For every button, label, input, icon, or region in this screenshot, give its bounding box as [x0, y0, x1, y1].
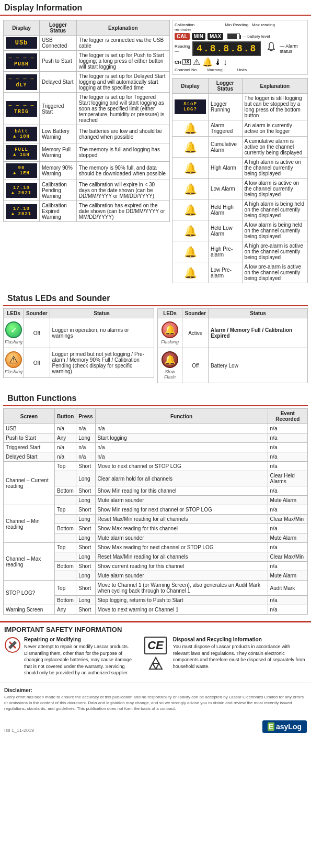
- event-cell: n/a: [268, 462, 307, 471]
- lcd-display: 17.10▲ 2021: [6, 204, 37, 219]
- lcd-display: USb: [6, 37, 37, 49]
- cal-button: CAL: [175, 33, 190, 40]
- lcd-display: 17.10▲ 2021: [6, 183, 37, 198]
- svg-marker-4: [156, 663, 162, 669]
- button-cell: [55, 515, 76, 524]
- table-row: Channel – Min reading Top Short Show Min…: [4, 505, 308, 515]
- table-row: ─ ─ ─ ─PUSH Push to Start The logger is …: [4, 51, 170, 72]
- display-information-section: Display Information Display Logger Statu…: [0, 0, 311, 285]
- event-cell: Mute Alarm: [268, 571, 307, 581]
- function-cell: Show Max reading for next channel or STO…: [95, 543, 268, 552]
- table-row: 🔔 High Alarm A high alarm is active on t…: [172, 158, 308, 179]
- col-logger-status-r: Logger Status: [209, 79, 243, 94]
- explanation-cell: A low alarm is active on the channel cur…: [242, 179, 307, 199]
- diagram-display-value: 4.8.8.8.8: [192, 41, 261, 56]
- press-cell: Short: [76, 581, 95, 596]
- status-cell: Low Pre-alarm: [209, 262, 243, 283]
- screen-cell: Delayed Start: [4, 452, 55, 462]
- status-cell: High Pre-alarm: [209, 241, 243, 262]
- status-cell: Push to Start: [40, 51, 77, 72]
- calibration-label: Calibrationreminder: [175, 23, 194, 32]
- event-cell: Audit Mark: [268, 581, 307, 596]
- easylog-logo: E asyLog: [262, 720, 307, 733]
- led-label: Flashing: [5, 339, 22, 344]
- safety-left-panel: Repairing or Modifying Never attempt to …: [4, 637, 138, 676]
- safety-right-panel: Disposal and Recycling Information You m…: [173, 637, 307, 670]
- function-cell: Reset Max/Min reading for all channels: [95, 515, 268, 524]
- button-cell: Top: [55, 543, 76, 552]
- led-indicator-cell: ⚠ Flashing: [4, 348, 24, 378]
- table-row: 🔔 Slow Flash Off Battery Low: [157, 348, 308, 383]
- explanation-cell: An alarm is currently active on the logg…: [242, 120, 307, 137]
- press-cell: Short: [76, 462, 95, 471]
- explanation-cell: A high alarm is being held on the channe…: [242, 199, 307, 220]
- sounder-cell: Off: [24, 318, 50, 348]
- battery-icon: [227, 34, 240, 40]
- section3-title: Button Functions: [3, 391, 308, 406]
- col-button: Button: [55, 409, 76, 424]
- disposal-text: You must dispose of Lascar products in a…: [173, 643, 307, 670]
- max-button: MAX: [208, 33, 223, 40]
- section1-title: Display Information: [0, 0, 311, 16]
- lcd-display: StoPLOG?: [175, 99, 206, 114]
- alarm-bell-display: 🔔: [172, 120, 209, 137]
- alarm-status-label: — Alarm status: [280, 43, 305, 54]
- sounder-cell: Active: [182, 318, 209, 348]
- explanation-cell: The calibration has expired on the date …: [76, 201, 169, 222]
- function-cell: Reset Max/Min reading for all channels: [95, 552, 268, 562]
- explanation-cell: The logger is still logging but can be s…: [242, 94, 307, 120]
- status-cell: Calibration Pending Warning: [40, 180, 77, 201]
- press-cell: Long: [76, 496, 95, 505]
- led-indicator-cell: ✓ Flashing: [4, 318, 24, 348]
- cumulative-alarm-display: 🔔: [172, 137, 209, 158]
- event-cell: n/a: [268, 543, 307, 552]
- screen-cell: Warning Screen: [4, 605, 55, 615]
- col-leds: LEDs: [4, 309, 24, 318]
- col-event: Event Recorded: [268, 409, 307, 424]
- event-cell: n/a: [268, 433, 307, 443]
- status-leds-section: Status LEDs and Sounder LEDs Sounder Sta…: [0, 288, 311, 385]
- table-row: 90▲ 1EH Memory 90% Warning The memory is…: [4, 162, 170, 180]
- button-cell: Top: [55, 505, 76, 515]
- disclaimer-text: Every effort has been made to ensure the…: [4, 694, 307, 712]
- led-status-cell: Logger in operation, no alarms or warnin…: [50, 318, 154, 348]
- function-cell: Clear alarm hold for all channels: [95, 471, 268, 486]
- screen-cell: Push to Start: [4, 433, 55, 443]
- status-cell: Logger Running: [209, 94, 243, 120]
- led-status-cell: Logger primed but not yet logging / Pre-…: [50, 348, 154, 378]
- explanation-cell: A high pre-alarm is active on the channe…: [242, 241, 307, 262]
- explanation-cell: The memory is 90% full, and data should …: [76, 162, 169, 180]
- button-cell: [55, 533, 76, 543]
- press-cell: Short: [76, 486, 95, 496]
- function-cell: n/a: [95, 452, 268, 462]
- press-cell: Long: [76, 515, 95, 524]
- press-cell: Short: [76, 524, 95, 533]
- explanation-cell: The logger is set up for Triggered Start…: [76, 93, 169, 125]
- button-cell: n/a: [55, 424, 76, 433]
- table-row: Channel – Current reading Top Short Move…: [4, 462, 308, 471]
- event-cell: Mute Alarm: [268, 533, 307, 543]
- logo-e-icon: E: [268, 722, 274, 731]
- col-display: Display: [4, 20, 40, 36]
- led-label: Slow Flash: [159, 369, 181, 380]
- press-cell: n/a: [76, 452, 95, 462]
- footer: Iss 1_11-2019 E asyLog: [0, 718, 311, 735]
- safety-title: IMPORTANT SAFETY INFORMATION: [4, 626, 307, 633]
- status-cell: USB Connected: [40, 36, 77, 51]
- table-row: Warning Screen Any Short Move to next wa…: [4, 605, 308, 615]
- high-alarm-display: 🔔: [172, 158, 209, 179]
- table-row: 🔔 Held Low Alarm A low alarm is being he…: [172, 220, 308, 241]
- explanation-cell: A low pre-alarm is active on the channel…: [242, 262, 307, 283]
- status-cell: Held High Alarm: [209, 199, 243, 220]
- recycling-icon: [148, 656, 163, 672]
- function-cell: n/a: [95, 443, 268, 452]
- leds-table-left: LEDs Sounder Status ✓ Flashing Off Logge…: [3, 308, 154, 383]
- table-row: Triggered Start n/a n/a n/a n/a: [4, 443, 308, 452]
- held-low-alarm-display: 🔔: [172, 220, 209, 241]
- status-cell: Held Low Alarm: [209, 220, 243, 241]
- button-cell: n/a: [55, 452, 76, 462]
- lcd-display: FULL▲ 1EH: [6, 145, 37, 160]
- battery-level-text: — battery level: [242, 34, 270, 39]
- press-cell: Short: [76, 562, 95, 571]
- col-function: Function: [95, 409, 268, 424]
